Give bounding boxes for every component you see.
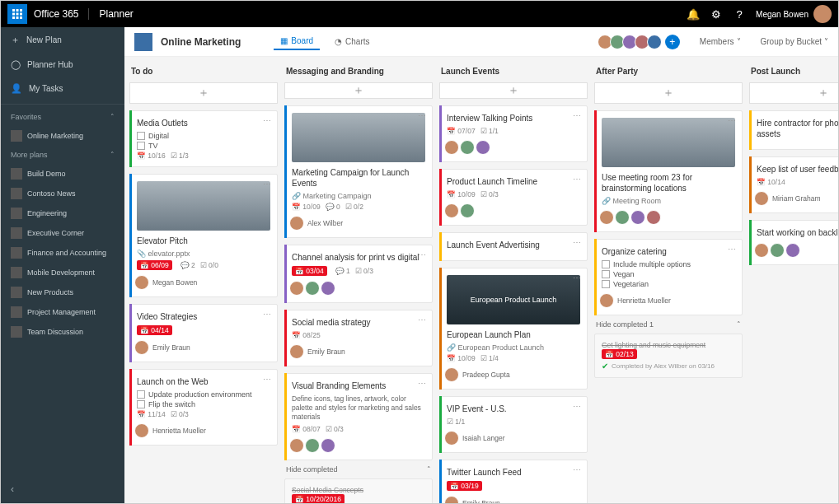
task-card[interactable]: ⋯Visual Branding ElementsDefine icons, t…: [284, 373, 433, 460]
assignee-avatar[interactable]: [646, 210, 661, 225]
card-menu-icon[interactable]: ⋯: [728, 116, 737, 125]
card-menu-icon[interactable]: ⋯: [263, 180, 272, 189]
task-card[interactable]: ⋯Interview Talking Points📅 07/07☑ 1/1: [439, 105, 588, 162]
task-card[interactable]: ⋯European Product LaunchEuropean Launch …: [439, 268, 588, 390]
assignee-avatar[interactable]: [444, 496, 459, 503]
assignee-avatar[interactable]: [321, 281, 335, 296]
card-menu-icon[interactable]: ⋯: [573, 273, 582, 282]
collapse-sidebar-icon[interactable]: ‹: [11, 483, 14, 495]
assignee-avatar[interactable]: [785, 243, 800, 258]
task-card[interactable]: ⋯Product Launch Timeline📅 10/09☑ 0/3: [439, 169, 588, 226]
sidebar-plan-item[interactable]: Team Discussion: [1, 322, 124, 342]
assignee-avatar[interactable]: [599, 293, 614, 308]
card-menu-icon[interactable]: ⋯: [728, 245, 737, 254]
tab-charts[interactable]: ◔ Charts: [328, 34, 376, 49]
sidebar-plan-item[interactable]: Contoso News: [1, 184, 124, 203]
settings-gear-icon[interactable]: ⚙: [705, 2, 728, 26]
task-card[interactable]: ⋯Hire contractor for photography assets: [749, 110, 838, 150]
assignee-avatar[interactable]: [289, 281, 304, 296]
assignee-avatar[interactable]: [630, 210, 645, 225]
bucket-title[interactable]: To do: [129, 63, 278, 82]
group-by-dropdown[interactable]: Group by Bucket ˅: [761, 37, 828, 46]
checklist-item[interactable]: Vegetarian: [602, 280, 735, 288]
member-avatars[interactable]: +: [600, 35, 680, 49]
card-menu-icon[interactable]: ⋯: [573, 175, 582, 184]
card-menu-icon[interactable]: ⋯: [418, 111, 427, 120]
sidebar-plan-item[interactable]: Mobile Development: [1, 263, 124, 282]
assignee-avatar[interactable]: [289, 216, 304, 231]
checklist-item[interactable]: Include multiple options: [602, 260, 735, 268]
tab-board[interactable]: ▦ Board: [274, 33, 320, 50]
my-tasks-link[interactable]: 👤 My Tasks: [1, 77, 124, 100]
card-menu-icon[interactable]: ⋯: [573, 238, 582, 247]
sidebar-plan-item[interactable]: Project Management: [1, 302, 124, 322]
task-card[interactable]: ⋯Start working on backlog items: [749, 220, 838, 265]
assignee-avatar[interactable]: [289, 438, 304, 453]
add-member-icon[interactable]: +: [665, 35, 680, 49]
assignee-avatar[interactable]: [615, 210, 630, 225]
assignee-avatar[interactable]: [754, 243, 769, 258]
add-task-button[interactable]: ＋: [129, 82, 278, 104]
planner-hub-link[interactable]: ◯ Planner Hub: [1, 53, 124, 77]
checklist-item[interactable]: Flip the switch: [137, 400, 270, 408]
user-avatar[interactable]: [813, 5, 832, 23]
assignee-avatar[interactable]: [444, 203, 459, 218]
sidebar-plan-item[interactable]: Engineering: [1, 203, 124, 223]
task-card[interactable]: ⋯Social media strategy📅 08/25Emily Braun: [284, 310, 433, 366]
card-menu-icon[interactable]: ⋯: [573, 465, 582, 474]
sidebar-plan-item[interactable]: New Products: [1, 282, 124, 302]
assignee-avatar[interactable]: [754, 191, 769, 206]
add-task-button[interactable]: ＋: [439, 82, 588, 99]
hide-completed-toggle[interactable]: Hide completed 1 ˄: [594, 315, 743, 334]
card-link[interactable]: 🔗 Meeting Room: [602, 197, 735, 205]
card-menu-icon[interactable]: ⋯: [263, 310, 272, 319]
card-attachment[interactable]: 📎 elevator.pptx: [137, 250, 270, 258]
assignee-avatar[interactable]: [305, 281, 320, 296]
checklist-item[interactable]: Update production environment: [137, 390, 270, 399]
app-launcher[interactable]: [7, 4, 27, 24]
assignee-avatar[interactable]: [444, 140, 459, 155]
task-card[interactable]: ⋯Launch on the WebUpdate production envi…: [129, 369, 278, 446]
user-name[interactable]: Megan Bowen: [756, 10, 809, 19]
card-menu-icon[interactable]: ⋯: [418, 315, 427, 324]
task-card[interactable]: ⋯Elevator Pitch📎 elevator.pptx📅 06/09💬 2…: [129, 174, 278, 297]
completed-task-card[interactable]: Social Media Concepts 📅 10/20/2016 ✔Comp…: [284, 478, 433, 503]
assignee-avatar[interactable]: [460, 140, 475, 155]
task-card[interactable]: ⋯Video Strategies📅 04/14Emily Braun: [129, 304, 278, 362]
card-menu-icon[interactable]: ⋯: [573, 402, 582, 411]
bucket-title[interactable]: Post Launch: [749, 63, 838, 82]
card-menu-icon[interactable]: ⋯: [573, 111, 582, 120]
task-card[interactable]: ⋯Marketing Campaign for Launch Events🔗 M…: [284, 105, 433, 238]
add-task-button[interactable]: ＋: [594, 82, 743, 104]
bucket-title[interactable]: After Party: [594, 63, 743, 82]
assignee-avatar[interactable]: [289, 344, 304, 359]
checklist-item[interactable]: Digital: [137, 132, 270, 140]
task-card[interactable]: ⋯Use meeting room 23 for brainstorming l…: [594, 110, 743, 232]
assignee-avatar[interactable]: [305, 438, 320, 453]
hide-completed-toggle[interactable]: Hide completed ˄: [284, 460, 433, 478]
help-icon[interactable]: ?: [728, 2, 751, 26]
card-menu-icon[interactable]: ⋯: [418, 379, 427, 388]
task-card[interactable]: ⋯VIP Event - U.S.☑ 1/1Isaiah Langer: [439, 396, 588, 453]
assignee-avatar[interactable]: [444, 367, 459, 382]
assignee-avatar[interactable]: [134, 340, 149, 355]
sidebar-plan-favorite[interactable]: Online Marketing: [1, 126, 124, 146]
notifications-icon[interactable]: 🔔: [682, 2, 705, 26]
bucket-title[interactable]: Launch Events: [439, 63, 588, 82]
bucket-title[interactable]: Messaging and Branding: [284, 63, 433, 82]
sidebar-plan-item[interactable]: Finance and Accounting: [1, 243, 124, 263]
assignee-avatar[interactable]: [134, 423, 149, 438]
assignee-avatar[interactable]: [134, 275, 149, 290]
favorites-header[interactable]: Favorites ˄: [1, 108, 124, 126]
task-card[interactable]: ⋯Launch Event Advertising: [439, 232, 588, 261]
assignee-avatar[interactable]: [444, 431, 459, 446]
sidebar-plan-item[interactable]: Build Demo: [1, 164, 124, 184]
assignee-avatar[interactable]: [460, 203, 475, 218]
completed-task-card[interactable]: Get lighting and music equipment 📅 02/13…: [594, 334, 743, 378]
task-card[interactable]: ⋯Organize cateringInclude multiple optio…: [594, 239, 743, 315]
checklist-item[interactable]: Vegan: [602, 270, 735, 278]
sidebar-plan-item[interactable]: Executive Corner: [1, 223, 124, 243]
card-menu-icon[interactable]: ⋯: [418, 250, 427, 259]
card-menu-icon[interactable]: ⋯: [263, 375, 272, 384]
assignee-avatar[interactable]: [599, 210, 614, 225]
